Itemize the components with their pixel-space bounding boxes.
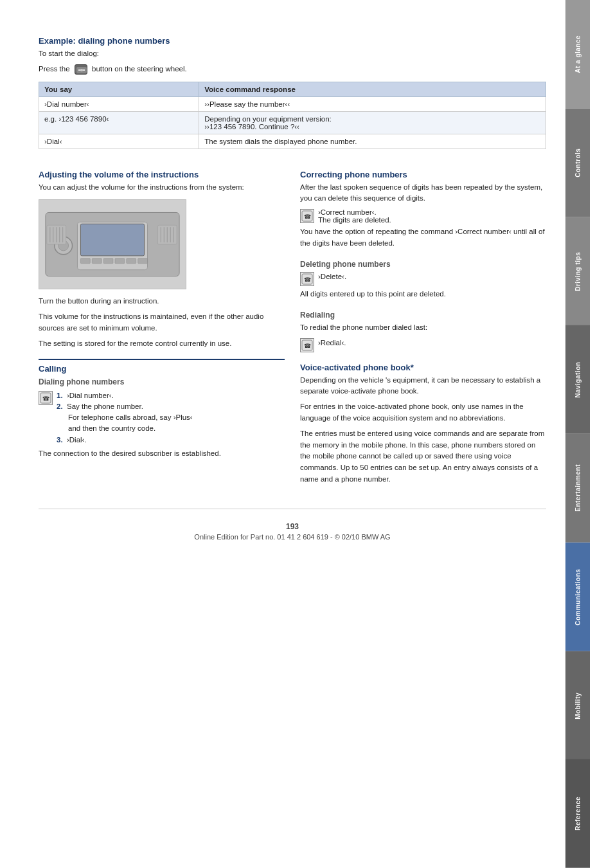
sidebar-tab-communications[interactable]: Communications [565,543,590,651]
correct-command-row: ☎ ›Correct number‹. The digits are delet… [300,208,546,224]
dialing-title: Dialing phone numbers [39,377,285,386]
dialing-section: Dialing phone numbers ☎ 1. ›Dial number‹… [39,377,285,460]
redialing-title: Redialing [300,311,546,320]
redial-command-row: ☎ ›Redial‹. [300,338,546,352]
sidebar-tab-at-glance[interactable]: At a glance [565,0,590,109]
volume-body2: Turn the button during an instruction. [39,296,285,307]
delete-cmd-icon: ☎ [300,272,314,286]
dial-cmd-icon: ☎ [39,391,53,405]
sidebar-tab-driving[interactable]: Driving tips [565,217,590,326]
phonebook-body1: Depending on the vehicle 's equipment, i… [300,375,546,398]
sidebar-tab-entertainment[interactable]: Entertainment [565,434,590,543]
table-row: ›Dial‹ The system dials the displayed ph… [39,134,546,149]
table-row: e.g. ›123 456 7890‹ Depending on your eq… [39,111,546,134]
response-1: ››Please say the number‹‹ [199,96,546,111]
redial-cmd-icon: ☎ [300,338,314,352]
response-3: The system dials the displayed phone num… [199,134,546,149]
page-number: 193 [39,522,546,531]
example-intro: To start the dialog: [39,48,546,60]
sidebar: At a glance Controls Driving tips Naviga… [565,0,590,868]
dialing-conclusion: The connection to the desired subscriber… [39,448,285,460]
svg-point-2 [80,69,83,71]
volume-body1: You can adjust the volume for the instru… [39,182,285,194]
svg-rect-11 [127,258,136,264]
volume-title: Adjusting the volume of the instructions [39,170,285,179]
phonebook-body2: For entries in the voice-activated phone… [300,401,546,424]
delete-command-row: ☎ ›Delete‹. [300,271,546,286]
table-row: ›Dial number‹ ››Please say the number‹‹ [39,96,546,111]
dashboard-image [39,199,186,289]
calling-title: Calling [39,359,285,374]
redialing-section: Redialing To redial the phone number dia… [300,311,546,352]
phonebook-body3: The entries must be entered using voice … [300,428,546,485]
steering-button-icon [75,64,87,75]
svg-rect-10 [115,258,125,264]
volume-body3: This volume for the instructions is main… [39,311,285,334]
sidebar-tab-navigation[interactable]: Navigation [565,325,590,434]
redialing-intro: To redial the phone number dialed last: [300,322,546,334]
phonebook-title: Voice-activated phone book* [300,363,546,372]
correct-note: The digits are deleted. [318,216,391,224]
svg-text:☎: ☎ [304,343,311,349]
svg-rect-12 [138,258,148,264]
right-column: Correcting phone numbers After the last … [300,159,546,489]
say-1: ›Dial number‹ [39,96,199,111]
left-column: Adjusting the volume of the instructions… [39,159,285,489]
svg-text:☎: ☎ [42,395,49,402]
svg-rect-9 [103,258,113,264]
volume-body4: The setting is stored for the remote con… [39,338,285,350]
svg-rect-6 [80,224,144,257]
say-2: e.g. ›123 456 7890‹ [39,111,199,134]
say-3: ›Dial‹ [39,134,199,149]
example-button-desc: Press the button on the steering wheel. [39,64,546,75]
deleting-title: Deleting phone numbers [300,260,546,269]
deleting-body: All digits entered up to this point are … [300,289,546,300]
example-title: Example: dialing phone numbers [39,36,546,46]
correcting-body1: After the last spoken sequence of digits… [300,182,546,205]
col-you-say: You say [39,82,199,96]
svg-text:☎: ☎ [304,276,311,283]
volume-section: Adjusting the volume of the instructions… [39,170,285,350]
page-footer: 193 Online Edition for Part no. 01 41 2 … [39,509,546,547]
footer-text: Online Edition for Part no. 01 41 2 604 … [39,533,546,541]
example-section: Example: dialing phone numbers To start … [39,36,546,149]
delete-command: ›Delete‹. [318,271,346,282]
svg-text:☎: ☎ [304,213,311,220]
dial-steps: 1. ›Dial number‹. 2. Say the phone numbe… [57,390,193,446]
deleting-section: Deleting phone numbers ☎ ›Delete‹. All d… [300,260,546,300]
correcting-body2: You have the option of repeating the com… [300,226,546,249]
correct-cmd-icon: ☎ [300,209,314,223]
dial-table: You say Voice command response ›Dial num… [39,82,546,149]
redial-command: ›Redial‹. [318,338,346,348]
calling-section: Calling [39,359,285,374]
correcting-title: Correcting phone numbers [300,170,546,179]
correcting-section: Correcting phone numbers After the last … [300,170,546,249]
response-2: Depending on your equipment version:››12… [199,111,546,134]
svg-rect-7 [80,258,90,264]
svg-rect-8 [92,258,102,264]
phonebook-section: Voice-activated phone book* Depending on… [300,363,546,485]
col-response: Voice command response [199,82,546,96]
sidebar-tab-controls[interactable]: Controls [565,109,590,217]
correct-command: ›Correct number‹. [318,208,377,216]
sidebar-tab-reference[interactable]: Reference [565,759,590,868]
sidebar-tab-mobility[interactable]: Mobility [565,651,590,760]
correct-cmd-text: ›Correct number‹. The digits are deleted… [318,208,391,224]
